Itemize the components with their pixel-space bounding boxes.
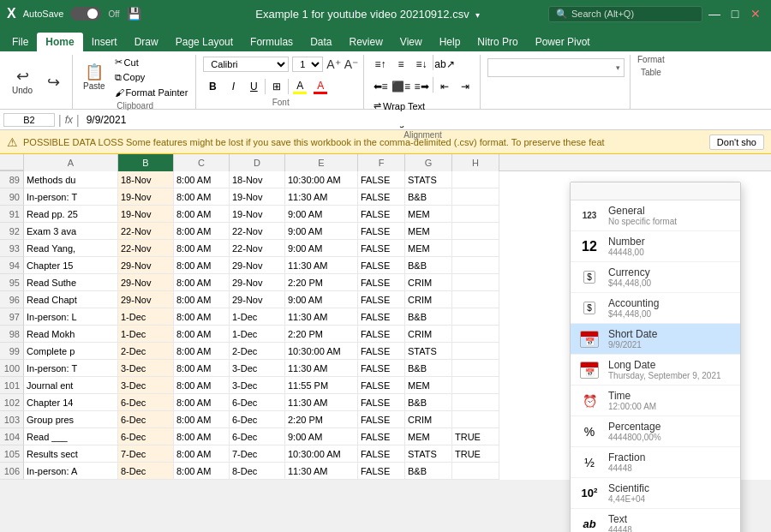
cell-104-a[interactable]: Read ___ xyxy=(24,428,118,445)
cell-106-g[interactable]: B&B xyxy=(405,463,452,480)
cell-97-c[interactable]: 8:00 AM xyxy=(174,308,230,326)
cut-button[interactable]: ✂ Cut xyxy=(112,56,191,69)
cell-102-c[interactable]: 8:00 AM xyxy=(174,394,230,411)
cell-96-g[interactable]: CRIM xyxy=(405,291,452,308)
cell-93-c[interactable]: 8:00 AM xyxy=(174,240,230,257)
col-header-c[interactable]: C xyxy=(174,154,230,171)
minimize-btn[interactable]: — xyxy=(706,5,723,22)
cell-104-f[interactable]: FALSE xyxy=(358,428,405,445)
cell-99-a[interactable]: Complete p xyxy=(24,343,118,360)
cell-97-g[interactable]: B&B xyxy=(405,308,452,326)
tab-help[interactable]: Help xyxy=(431,33,469,51)
cell-99-g[interactable]: STATS xyxy=(405,343,452,360)
cell-90-c[interactable]: 8:00 AM xyxy=(174,188,230,206)
cell-102-g[interactable]: B&B xyxy=(405,394,452,411)
cell-100-f[interactable]: FALSE xyxy=(358,360,405,377)
dropdown-item-fraction[interactable]: ½Fraction44448 xyxy=(571,447,740,478)
cell-94-c[interactable]: 8:00 AM xyxy=(174,257,230,274)
cell-93-e[interactable]: 9:00 AM xyxy=(285,240,358,257)
cell-92-c[interactable]: 8:00 AM xyxy=(174,223,230,240)
cell-91-g[interactable]: MEM xyxy=(405,206,452,223)
cell-89-h[interactable] xyxy=(452,171,499,188)
cell-95-e[interactable]: 2:20 PM xyxy=(285,274,358,291)
cell-95-f[interactable]: FALSE xyxy=(358,274,405,291)
cell-91-h[interactable] xyxy=(452,206,499,223)
cell-103-b[interactable]: 6-Dec xyxy=(118,411,174,428)
cell-95-h[interactable] xyxy=(452,274,499,291)
font-grow-btn[interactable]: A⁺ xyxy=(326,57,340,71)
cell-99-e[interactable]: 10:30:00 AM xyxy=(285,343,358,360)
font-color-button[interactable]: A xyxy=(311,77,330,96)
cell-104-h[interactable]: TRUE xyxy=(452,428,499,445)
cell-97-b[interactable]: 1-Dec xyxy=(118,308,174,326)
cell-104-c[interactable]: 8:00 AM xyxy=(174,428,230,445)
cell-92-a[interactable]: Exam 3 ava xyxy=(24,223,118,240)
cell-94-g[interactable]: B&B xyxy=(405,257,452,274)
cell-101-f[interactable]: FALSE xyxy=(358,377,405,394)
dropdown-item-general[interactable]: 123GeneralNo specific format xyxy=(571,200,740,231)
cell-89-e[interactable]: 10:30:00 AM xyxy=(285,171,358,188)
name-box[interactable] xyxy=(3,113,55,127)
cell-99-b[interactable]: 2-Dec xyxy=(118,343,174,360)
cell-100-h[interactable] xyxy=(452,360,499,377)
cell-102-a[interactable]: Chapter 14 xyxy=(24,394,118,411)
cell-91-c[interactable]: 8:00 AM xyxy=(174,206,230,223)
cell-97-f[interactable]: FALSE xyxy=(358,308,405,326)
cell-100-d[interactable]: 3-Dec xyxy=(230,360,285,377)
cell-93-h[interactable] xyxy=(452,240,499,257)
dropdown-item-time[interactable]: ⏰Time12:00:00 AM xyxy=(571,386,740,416)
cell-91-f[interactable]: FALSE xyxy=(358,206,405,223)
paste-button[interactable]: 📋 Paste xyxy=(80,55,109,99)
dropdown-item-text[interactable]: abText44448 xyxy=(571,509,740,532)
font-shrink-btn[interactable]: A⁻ xyxy=(344,57,358,71)
cell-98-h[interactable] xyxy=(452,326,499,343)
dropdown-item-scientific[interactable]: 102Scientific4,44E+04 xyxy=(571,478,740,509)
save-icon[interactable]: 💾 xyxy=(127,7,141,21)
cell-102-b[interactable]: 6-Dec xyxy=(118,394,174,411)
indent-increase-btn[interactable]: ⇥ xyxy=(456,77,475,96)
cell-91-e[interactable]: 9:00 AM xyxy=(285,206,358,223)
cell-103-h[interactable] xyxy=(452,411,499,428)
cell-100-e[interactable]: 11:30 AM xyxy=(285,360,358,377)
cell-95-d[interactable]: 29-Nov xyxy=(230,274,285,291)
text-angle-btn[interactable]: ab↗ xyxy=(435,55,454,74)
wrap-text-button[interactable]: ⇌ Wrap Text xyxy=(371,99,427,112)
font-family-select[interactable]: Calibri xyxy=(203,57,289,72)
cell-96-b[interactable]: 29-Nov xyxy=(118,291,174,308)
cell-92-f[interactable]: FALSE xyxy=(358,223,405,240)
cell-89-c[interactable]: 8:00 AM xyxy=(174,171,230,188)
cell-105-e[interactable]: 10:30:00 AM xyxy=(285,445,358,463)
copy-button[interactable]: ⧉ Copy xyxy=(112,71,191,84)
cell-103-c[interactable]: 8:00 AM xyxy=(174,411,230,428)
align-top-left-btn[interactable]: ≡↑ xyxy=(371,55,390,74)
cell-103-f[interactable]: FALSE xyxy=(358,411,405,428)
cell-93-d[interactable]: 22-Nov xyxy=(230,240,285,257)
cell-106-a[interactable]: In-person: A xyxy=(24,463,118,480)
cell-94-e[interactable]: 11:30 AM xyxy=(285,257,358,274)
cell-104-b[interactable]: 6-Dec xyxy=(118,428,174,445)
cell-98-d[interactable]: 1-Dec xyxy=(230,326,285,343)
tab-review[interactable]: Review xyxy=(340,33,391,51)
cell-106-e[interactable]: 11:30 AM xyxy=(285,463,358,480)
cell-101-e[interactable]: 11:55 PM xyxy=(285,377,358,394)
cell-93-f[interactable]: FALSE xyxy=(358,240,405,257)
cell-104-d[interactable]: 6-Dec xyxy=(230,428,285,445)
cell-98-c[interactable]: 8:00 AM xyxy=(174,326,230,343)
cell-92-d[interactable]: 22-Nov xyxy=(230,223,285,240)
cell-102-h[interactable] xyxy=(452,394,499,411)
cell-89-a[interactable]: Methods du xyxy=(24,171,118,188)
col-header-a[interactable]: A xyxy=(24,154,118,171)
tab-file[interactable]: File xyxy=(3,33,37,51)
cell-90-g[interactable]: B&B xyxy=(405,188,452,206)
cell-99-d[interactable]: 2-Dec xyxy=(230,343,285,360)
cell-98-e[interactable]: 2:20 PM xyxy=(285,326,358,343)
align-right-btn[interactable]: ≡➡ xyxy=(412,77,431,96)
cell-97-h[interactable] xyxy=(452,308,499,326)
cell-97-d[interactable]: 1-Dec xyxy=(230,308,285,326)
cell-100-g[interactable]: B&B xyxy=(405,360,452,377)
cell-99-f[interactable]: FALSE xyxy=(358,343,405,360)
cell-96-d[interactable]: 29-Nov xyxy=(230,291,285,308)
cell-95-a[interactable]: Read Suthe xyxy=(24,274,118,291)
close-btn[interactable]: ✕ xyxy=(747,5,764,22)
tab-draw[interactable]: Draw xyxy=(126,33,167,51)
